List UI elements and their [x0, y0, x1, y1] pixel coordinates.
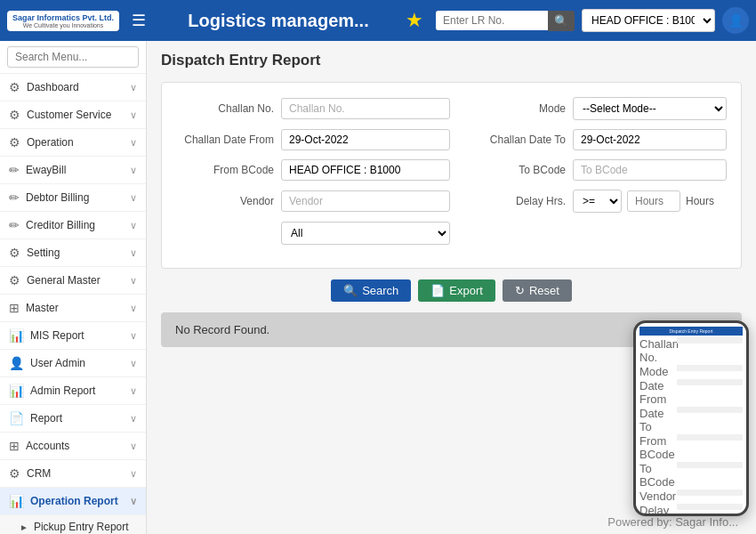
sidebar-label-customer-service: Customer Service — [27, 109, 130, 121]
delay-hrs-label: Delay Hrs. — [468, 195, 566, 207]
chevron-down-icon: ∨ — [130, 220, 137, 231]
app-title: Logistics managem... — [188, 11, 368, 30]
office-select[interactable]: HEAD OFFICE : B1000 — [582, 9, 715, 32]
setting-icon: ⚙ — [9, 246, 20, 260]
challan-date-to-input[interactable] — [573, 129, 727, 150]
delay-hrs-row: Delay Hrs. >= <= = > < Hours — [468, 190, 727, 213]
sidebar-label-operation: Operation — [27, 136, 130, 149]
star-icon[interactable]: ★ — [406, 9, 423, 32]
footer-text: Powered by: Sagar Info... — [607, 515, 738, 529]
sidebar-label-admin-report: Admin Report — [30, 384, 130, 397]
chevron-down-icon: ∨ — [130, 275, 137, 287]
from-bcode-input[interactable] — [281, 159, 450, 181]
sidebar-item-dashboard[interactable]: ⚙ Dashboard ∨ — [0, 74, 146, 101]
chevron-down-icon: ∨ — [130, 137, 137, 149]
to-bcode-row: To BCode — [468, 159, 727, 181]
operation-icon: ⚙ — [9, 135, 20, 150]
sidebar-item-report[interactable]: 📄 Report ∨ — [0, 405, 146, 433]
sidebar-item-pickup-entry-report[interactable]: ► Pickup Entry Report — [0, 515, 146, 534]
sidebar-label-debtor-billing: Debtor Billing — [26, 191, 130, 204]
all-select[interactable]: All — [281, 222, 450, 245]
challan-date-from-label: Challan Date From — [176, 134, 274, 146]
action-buttons: 🔍 Search 📄 Export ↻ Reset — [161, 279, 742, 302]
reset-label: Reset — [529, 284, 559, 297]
no-record-text: No Record Found. — [175, 323, 269, 336]
chevron-down-icon: ∨ — [130, 330, 137, 342]
challan-date-from-input[interactable] — [281, 129, 450, 150]
sidebar-label-ewaybill: EwayBill — [26, 164, 130, 176]
sidebar-item-master[interactable]: ⊞ Master ∨ — [0, 295, 146, 322]
sidebar-label-operation-report: Operation Report — [30, 495, 130, 507]
mobile-header: Dispatch Entry Report — [639, 327, 743, 336]
mode-label: Mode — [468, 102, 566, 115]
page-title: Dispatch Entry Report — [161, 52, 742, 69]
challan-no-label: Challan No. — [176, 102, 274, 115]
master-icon: ⊞ — [9, 301, 20, 315]
sidebar-label-crm: CRM — [27, 467, 130, 480]
mobile-mockup: Dispatch Entry Report Challan No. Mode D… — [633, 320, 749, 516]
sidebar-item-customer-service[interactable]: ⚙ Customer Service ∨ — [0, 101, 146, 129]
export-icon: 📄 — [430, 284, 445, 297]
sidebar-item-debtor-billing[interactable]: ✏ Debtor Billing ∨ — [0, 184, 146, 212]
logo-title: Sagar Informatics Pvt. Ltd. — [12, 13, 114, 22]
sidebar-item-accounts[interactable]: ⊞ Accounts ∨ — [0, 433, 146, 460]
admin-report-icon: 📊 — [9, 384, 24, 398]
sidebar-item-user-admin[interactable]: 👤 User Admin ∨ — [0, 350, 146, 377]
challan-date-from-row: Challan Date From — [176, 129, 450, 150]
lr-search-button[interactable]: 🔍 — [548, 11, 575, 31]
to-bcode-label: To BCode — [468, 164, 566, 176]
mode-row: Mode --Select Mode-- — [468, 97, 727, 120]
logo: Sagar Informatics Pvt. Ltd. We Cultivate… — [7, 11, 119, 31]
delay-hours-input[interactable] — [627, 190, 680, 212]
sidebar-item-setting[interactable]: ⚙ Setting ∨ — [0, 239, 146, 267]
chevron-down-icon: ∨ — [130, 192, 137, 204]
sidebar-item-general-master[interactable]: ⚙ General Master ∨ — [0, 267, 146, 295]
delay-operator-select[interactable]: >= <= = > < — [573, 190, 622, 213]
sidebar-item-operation[interactable]: ⚙ Operation ∨ — [0, 129, 146, 157]
user-button[interactable]: 👤 — [722, 7, 749, 34]
sidebar-label-user-admin: User Admin — [30, 357, 130, 369]
challan-no-row: Challan No. — [176, 97, 450, 120]
sidebar-label-master: Master — [26, 302, 130, 314]
sidebar-item-ewaybill[interactable]: ✏ EwayBill ∨ — [0, 157, 146, 184]
main-content: Dispatch Entry Report Challan No. Mode -… — [147, 41, 756, 534]
operation-report-icon: 📊 — [9, 494, 24, 508]
form-card: Challan No. Mode --Select Mode-- Challan… — [161, 82, 742, 269]
vendor-row: Vendor — [176, 190, 450, 213]
mode-select[interactable]: --Select Mode-- — [573, 97, 727, 120]
logo-sub: We Cultivate you Innovations — [23, 22, 104, 28]
sidebar-item-crm[interactable]: ⚙ CRM ∨ — [0, 460, 146, 488]
sidebar-item-mis-report[interactable]: 📊 MIS Report ∨ — [0, 322, 146, 350]
reset-icon: ↻ — [515, 284, 525, 297]
vendor-label: Vendor — [176, 195, 274, 207]
challan-no-input[interactable] — [281, 98, 450, 119]
search-button[interactable]: 🔍 Search — [331, 279, 411, 302]
chevron-down-icon: ∨ — [130, 82, 137, 93]
sidebar-item-operation-report[interactable]: 📊 Operation Report ∨ — [0, 488, 146, 515]
general-master-icon: ⚙ — [9, 273, 20, 287]
sidebar-search-input[interactable] — [7, 46, 139, 68]
reset-button[interactable]: ↻ Reset — [503, 279, 572, 302]
sidebar-search-container — [0, 41, 146, 74]
creditor-billing-icon: ✏ — [9, 218, 20, 232]
search-label: Search — [362, 284, 398, 297]
crm-icon: ⚙ — [9, 466, 20, 481]
hamburger-icon[interactable]: ☰ — [126, 11, 151, 30]
user-admin-icon: 👤 — [9, 356, 24, 370]
sidebar-label-general-master: General Master — [27, 274, 130, 287]
export-button[interactable]: 📄 Export — [418, 279, 495, 302]
to-bcode-input[interactable] — [573, 159, 727, 181]
ewaybill-icon: ✏ — [9, 163, 20, 177]
sidebar-label-creditor-billing: Creditor Billing — [26, 219, 130, 231]
sidebar-label-setting: Setting — [27, 247, 130, 259]
challan-date-to-row: Challan Date To — [468, 129, 727, 150]
sidebar-item-creditor-billing[interactable]: ✏ Creditor Billing ∨ — [0, 212, 146, 239]
debtor-billing-icon: ✏ — [9, 190, 20, 205]
from-bcode-row: From BCode — [176, 159, 450, 181]
sidebar-item-admin-report[interactable]: 📊 Admin Report ∨ — [0, 377, 146, 405]
delay-controls: >= <= = > < Hours — [573, 190, 714, 213]
vendor-input[interactable] — [281, 190, 450, 212]
lr-search-input[interactable] — [436, 11, 551, 30]
sidebar-label-mis-report: MIS Report — [30, 329, 130, 342]
customer-service-icon: ⚙ — [9, 108, 20, 122]
